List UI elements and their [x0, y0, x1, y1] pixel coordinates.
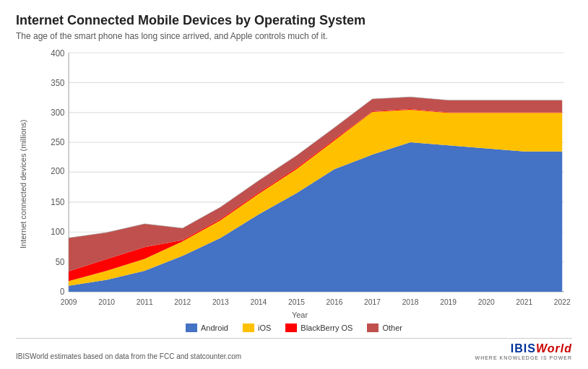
legend-item-ios: iOS	[243, 324, 271, 332]
chart-title: Internet Connected Mobile Devices by Ope…	[16, 13, 572, 28]
svg-text:250: 250	[51, 136, 65, 146]
blackberry-label: BlackBerry OS	[301, 324, 353, 332]
ibis-logo-tagline: Where Knowledge is Power	[475, 355, 572, 360]
chart-container: Internet Connected Mobile Devices by Ope…	[0, 0, 588, 369]
svg-text:2019: 2019	[440, 298, 457, 306]
android-swatch	[186, 324, 197, 332]
svg-wrapper: 0 50 100 150 200 250 300 350 400 2009 20…	[27, 48, 572, 309]
svg-text:2016: 2016	[327, 298, 343, 306]
svg-text:2013: 2013	[212, 298, 229, 306]
main-chart-svg: 0 50 100 150 200 250 300 350 400 2009 20…	[27, 48, 572, 309]
svg-text:2015: 2015	[288, 298, 305, 306]
svg-text:2010: 2010	[98, 298, 115, 306]
svg-text:2017: 2017	[364, 298, 381, 306]
android-label: Android	[201, 324, 228, 332]
other-label: Other	[382, 324, 402, 332]
ios-label: iOS	[258, 324, 271, 332]
svg-text:2018: 2018	[402, 298, 419, 306]
svg-text:2012: 2012	[174, 298, 191, 306]
legend: Android iOS BlackBerry OS Other	[16, 319, 572, 335]
ibis-logo: IBISWorld Where Knowledge is Power	[475, 342, 572, 360]
ibis-logo-top: IBISWorld	[511, 342, 572, 355]
blackberry-swatch	[285, 324, 297, 332]
svg-text:2014: 2014	[250, 298, 267, 306]
svg-text:2022: 2022	[554, 298, 571, 306]
svg-text:100: 100	[51, 226, 65, 235]
ibis-text: IBIS	[511, 342, 536, 355]
footer: IBISWorld estimates based on data from t…	[16, 338, 572, 360]
ios-swatch	[243, 324, 254, 332]
svg-text:2021: 2021	[516, 298, 532, 306]
svg-text:50: 50	[56, 256, 65, 266]
chart-subtitle: The age of the smart phone has long sinc…	[16, 31, 572, 41]
svg-text:400: 400	[51, 48, 65, 58]
svg-text:200: 200	[51, 166, 65, 175]
svg-text:350: 350	[51, 77, 65, 87]
legend-item-other: Other	[367, 324, 402, 332]
x-axis-label: Year	[27, 309, 572, 319]
chart-area: Internet connected devices (millions)	[16, 48, 572, 319]
legend-item-blackberry: BlackBerry OS	[285, 324, 353, 332]
world-text: World	[536, 342, 572, 355]
chart-plot: 0 50 100 150 200 250 300 350 400 2009 20…	[27, 48, 572, 319]
y-axis-label: Internet connected devices (millions)	[16, 48, 27, 319]
svg-text:2009: 2009	[61, 298, 77, 306]
other-swatch	[367, 324, 379, 332]
legend-item-android: Android	[186, 324, 228, 332]
svg-text:0: 0	[60, 286, 65, 295]
svg-text:2011: 2011	[137, 298, 153, 306]
footer-note: IBISWorld estimates based on data from t…	[16, 352, 241, 360]
svg-text:300: 300	[51, 107, 65, 116]
svg-text:2020: 2020	[478, 298, 495, 306]
svg-text:150: 150	[51, 196, 65, 206]
